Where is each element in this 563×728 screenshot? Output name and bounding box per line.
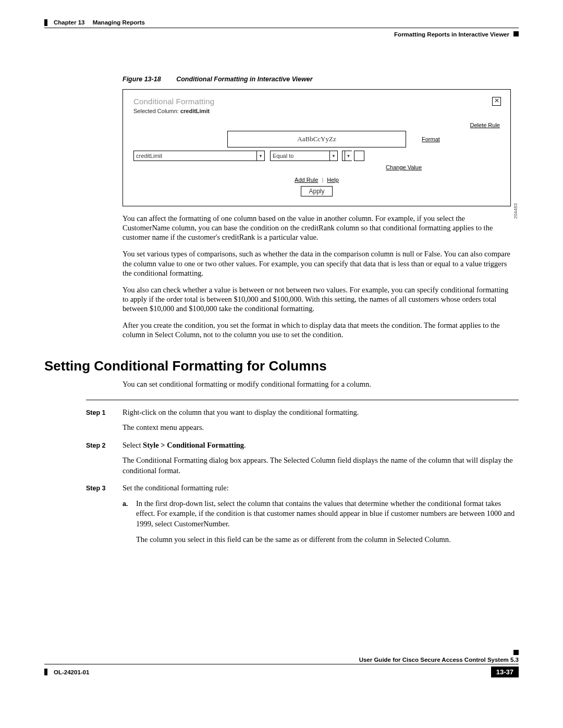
column-dropdown-value: creditLimit [136, 153, 162, 159]
apply-button[interactable]: Apply [301, 186, 332, 196]
figure-id: 204483 [513, 203, 518, 219]
header-subheading: Formatting Reports in Interactive Viewer [394, 31, 509, 38]
selected-column-line: Selected Column: creditLimit [133, 108, 500, 114]
body-paragraph: After you create the condition, you set … [123, 320, 511, 339]
close-icon[interactable]: ✕ [492, 97, 501, 106]
add-rule-link[interactable]: Add Rule [295, 177, 318, 183]
chevron-down-icon: ▼ [256, 151, 264, 161]
format-preview-text: AaBbCcYyZz [297, 135, 336, 143]
substep-text: The column you select in this field can … [136, 535, 519, 545]
step-label: Step 1 [86, 408, 123, 438]
footer-square-icon [513, 650, 519, 655]
body-paragraph: You also can check whether a value is be… [123, 285, 511, 313]
change-value-link[interactable]: Change Value [386, 164, 422, 170]
delete-rule-area: Delete Rule [133, 120, 500, 129]
body-paragraph: You set various types of comparisons, su… [123, 249, 511, 277]
step-row: Step 3 Set the conditional formatting ru… [86, 483, 519, 552]
step-text: The context menu appears. [123, 423, 519, 433]
header-square-icon [513, 31, 519, 36]
step-text: Right-click on the column that you want … [123, 408, 519, 418]
column-dropdown[interactable]: creditLimit ▼ [133, 151, 265, 161]
header-ornament [44, 19, 47, 26]
figure-caption: Figure 13-18 Conditional Formatting in I… [123, 76, 511, 83]
selected-column-value: creditLimit [180, 108, 210, 114]
footer-doc-id: OL-24201-01 [54, 669, 89, 675]
section-intro: You can set conditional formatting or mo… [123, 379, 511, 389]
section-heading: Setting Conditional Formatting for Colum… [44, 358, 519, 374]
page-header: Chapter 13 Managing Reports Formatting R… [44, 18, 519, 50]
page-number-badge: 13-37 [491, 667, 519, 677]
substep-row: a. In the first drop-down list, select t… [123, 499, 519, 550]
figure-number: Figure 13-18 [123, 76, 161, 83]
footer-guide-title: User Guide for Cisco Secure Access Contr… [359, 657, 519, 663]
chevron-down-icon: ▼ [329, 151, 337, 161]
selected-column-label: Selected Column: [133, 108, 179, 114]
dialog-actions: Add Rule | Help Apply [133, 177, 500, 196]
separator: | [322, 177, 323, 183]
help-link[interactable]: Help [327, 177, 339, 183]
conditional-formatting-dialog: ✕ Conditional Formatting Selected Column… [123, 89, 511, 206]
format-preview-box: AaBbCcYyZz [227, 131, 406, 147]
figure-title: Conditional Formatting in Interactive Vi… [176, 76, 312, 83]
substep-label: a. [123, 499, 136, 550]
chapter-line: Chapter 13 Managing Reports [54, 19, 145, 26]
dialog-title: Conditional Formatting [133, 97, 500, 106]
step-text: Set the conditional formatting rule: [123, 483, 519, 493]
header-rule [44, 28, 519, 28]
operator-dropdown-value: Equal to [273, 153, 293, 159]
step-text: The Conditional Formatting dialog box ap… [123, 455, 519, 476]
chapter-label: Chapter 13 [54, 19, 84, 26]
step-label: Step 3 [86, 483, 123, 552]
step-row: Step 2 Select Style > Conditional Format… [86, 440, 519, 482]
value-input[interactable] [354, 151, 364, 161]
operator-dropdown[interactable]: Equal to ▼ [270, 151, 338, 161]
footer-ornament [44, 669, 47, 675]
chapter-title: Managing Reports [93, 19, 145, 26]
steps-rule [86, 400, 519, 400]
page-footer: User Guide for Cisco Secure Access Contr… [44, 657, 519, 677]
delete-rule-link[interactable]: Delete Rule [470, 122, 500, 128]
step-row: Step 1 Right-click on the column that yo… [86, 408, 519, 438]
substep-text: In the first drop-down list, select the … [136, 499, 519, 529]
body-paragraph: You can affect the formatting of one col… [123, 214, 511, 242]
step-text: Select Style > Conditional Formatting. [123, 440, 519, 451]
step-label: Step 2 [86, 440, 123, 482]
chevron-down-icon: ▼ [345, 151, 352, 161]
value-dropdown[interactable]: ▼ [342, 151, 352, 161]
format-link[interactable]: Format [422, 136, 440, 142]
